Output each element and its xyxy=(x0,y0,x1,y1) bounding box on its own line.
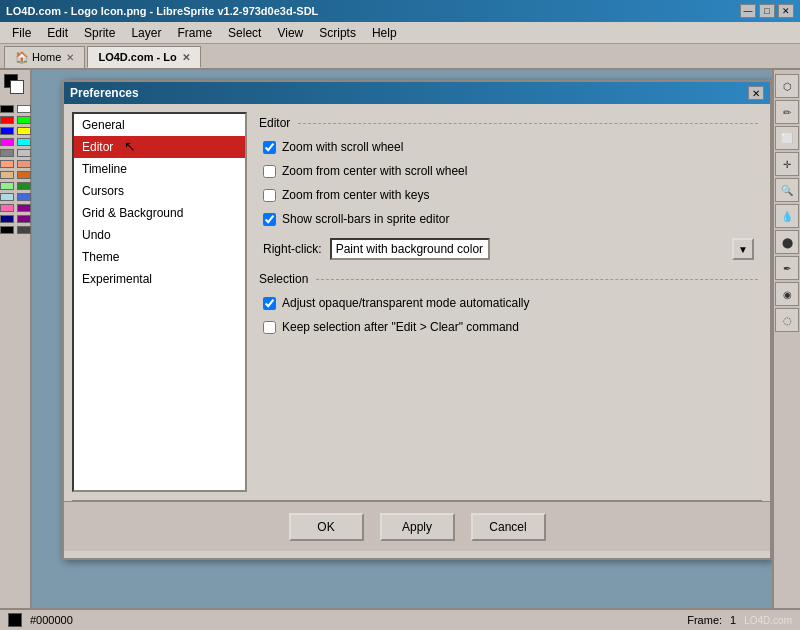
tool-smudge[interactable]: ◌ xyxy=(775,308,799,332)
tab-home[interactable]: 🏠 Home ✕ xyxy=(4,46,85,68)
zoom-scroll-checkbox[interactable] xyxy=(263,141,276,154)
tool-pencil[interactable]: ✏ xyxy=(775,100,799,124)
palette-swatch[interactable] xyxy=(0,171,14,179)
tab-sprite[interactable]: LO4D.com - Lo ✕ xyxy=(87,46,200,68)
right-toolbar: ⬡ ✏ ⬜ ✛ 🔍 💧 ⬤ ✒ ◉ ◌ 1:1 xyxy=(772,70,800,630)
palette-swatch[interactable] xyxy=(17,182,31,190)
tab-sprite-close[interactable]: ✕ xyxy=(182,52,190,63)
menu-help[interactable]: Help xyxy=(364,24,405,42)
category-general[interactable]: General xyxy=(74,114,245,136)
palette-swatch[interactable] xyxy=(17,204,31,212)
palette-swatch[interactable] xyxy=(0,182,14,190)
dialog-overlay: Preferences ✕ General Editor Timeline Cu… xyxy=(32,70,772,630)
tool-pen[interactable]: ✒ xyxy=(775,256,799,280)
tab-sprite-label: LO4D.com - Lo xyxy=(98,51,176,63)
palette-swatch[interactable] xyxy=(0,138,14,146)
window-controls: — □ ✕ xyxy=(740,4,794,18)
palette-swatch[interactable] xyxy=(0,160,14,168)
menu-scripts[interactable]: Scripts xyxy=(311,24,364,42)
dialog-close-button[interactable]: ✕ xyxy=(748,86,764,100)
background-color[interactable] xyxy=(10,80,24,94)
palette-swatch[interactable] xyxy=(17,193,31,201)
zoom-center-keys-checkbox[interactable] xyxy=(263,189,276,202)
rightclick-label: Right-click: xyxy=(263,242,322,256)
menu-edit[interactable]: Edit xyxy=(39,24,76,42)
palette-swatch[interactable] xyxy=(17,160,31,168)
title-bar: LO4D.com - Logo Icon.png - LibreSprite v… xyxy=(0,0,800,22)
tool-marquee[interactable]: ⬡ xyxy=(775,74,799,98)
editor-label-text: Editor xyxy=(259,116,290,130)
palette-swatch[interactable] xyxy=(0,105,14,113)
palette-swatch[interactable] xyxy=(0,127,14,135)
palette-swatch[interactable] xyxy=(0,215,14,223)
category-timeline[interactable]: Timeline xyxy=(74,158,245,180)
category-editor[interactable]: Editor xyxy=(74,136,245,158)
adjust-opaque-label: Adjust opaque/transparent mode automatic… xyxy=(282,296,529,310)
menu-view[interactable]: View xyxy=(269,24,311,42)
ok-button[interactable]: OK xyxy=(289,513,364,541)
status-color-indicator xyxy=(8,613,22,627)
palette-swatch[interactable] xyxy=(0,149,14,157)
status-left: #000000 xyxy=(8,613,73,627)
rightclick-select-wrapper: Paint with background color Pick foregro… xyxy=(330,238,754,260)
tool-eraser[interactable]: ⬜ xyxy=(775,126,799,150)
palette-swatch[interactable] xyxy=(17,215,31,223)
palette-swatch[interactable] xyxy=(17,116,31,124)
tool-fill[interactable]: ⬤ xyxy=(775,230,799,254)
cancel-button[interactable]: Cancel xyxy=(471,513,546,541)
tool-move[interactable]: ✛ xyxy=(775,152,799,176)
adjust-opaque-checkbox[interactable] xyxy=(263,297,276,310)
keep-selection-checkbox[interactable] xyxy=(263,321,276,334)
palette-swatch[interactable] xyxy=(17,127,31,135)
palette-swatch[interactable] xyxy=(17,149,31,157)
select-dropdown-arrow[interactable]: ▼ xyxy=(732,238,754,260)
status-color-hex: #000000 xyxy=(30,614,73,626)
close-window-button[interactable]: ✕ xyxy=(778,4,794,18)
category-cursors[interactable]: Cursors xyxy=(74,180,245,202)
menu-layer[interactable]: Layer xyxy=(123,24,169,42)
menu-sprite[interactable]: Sprite xyxy=(76,24,123,42)
zoom-center-keys-label: Zoom from center with keys xyxy=(282,188,429,202)
canvas-area: Preferences ✕ General Editor Timeline Cu… xyxy=(32,70,772,630)
tab-home-close[interactable]: ✕ xyxy=(66,52,74,63)
palette-swatch[interactable] xyxy=(17,138,31,146)
menu-frame[interactable]: Frame xyxy=(169,24,220,42)
category-theme[interactable]: Theme xyxy=(74,246,245,268)
tool-spray[interactable]: ◉ xyxy=(775,282,799,306)
palette-swatch[interactable] xyxy=(0,116,14,124)
category-experimental[interactable]: Experimental xyxy=(74,268,245,290)
left-toolbar xyxy=(0,70,32,630)
zoom-scroll-label: Zoom with scroll wheel xyxy=(282,140,403,154)
selection-section-label: Selection xyxy=(259,272,758,286)
palette-swatch[interactable] xyxy=(0,226,14,234)
show-scrollbars-checkbox[interactable] xyxy=(263,213,276,226)
main-area: Preferences ✕ General Editor Timeline Cu… xyxy=(0,70,800,630)
zoom-center-scroll-label: Zoom from center with scroll wheel xyxy=(282,164,467,178)
menu-file[interactable]: File xyxy=(4,24,39,42)
zoom-center-scroll-row: Zoom from center with scroll wheel xyxy=(259,162,758,180)
tab-home-label: 🏠 Home xyxy=(15,51,61,64)
keep-selection-row: Keep selection after "Edit > Clear" comm… xyxy=(259,318,758,336)
palette-swatch[interactable] xyxy=(0,193,14,201)
tool-dropper[interactable]: 💧 xyxy=(775,204,799,228)
settings-panel: Editor Zoom with scroll wheel Zoom from … xyxy=(255,112,762,492)
palette-swatch[interactable] xyxy=(17,105,31,113)
category-grid-background[interactable]: Grid & Background xyxy=(74,202,245,224)
editor-section-label: Editor xyxy=(259,116,758,130)
apply-button[interactable]: Apply xyxy=(380,513,455,541)
palette-swatch[interactable] xyxy=(0,204,14,212)
menu-bar: File Edit Sprite Layer Frame Select View… xyxy=(0,22,800,44)
rightclick-select[interactable]: Paint with background color Pick foregro… xyxy=(330,238,490,260)
zoom-center-scroll-checkbox[interactable] xyxy=(263,165,276,178)
menu-select[interactable]: Select xyxy=(220,24,269,42)
palette-swatch[interactable] xyxy=(17,171,31,179)
color-palette xyxy=(0,104,32,235)
category-undo[interactable]: Undo xyxy=(74,224,245,246)
maximize-button[interactable]: □ xyxy=(759,4,775,18)
adjust-opaque-row: Adjust opaque/transparent mode automatic… xyxy=(259,294,758,312)
minimize-button[interactable]: — xyxy=(740,4,756,18)
tool-zoom[interactable]: 🔍 xyxy=(775,178,799,202)
palette-swatch[interactable] xyxy=(17,226,31,234)
dialog-title: Preferences xyxy=(70,86,139,100)
category-list: General Editor Timeline Cursors Grid & B… xyxy=(72,112,247,492)
